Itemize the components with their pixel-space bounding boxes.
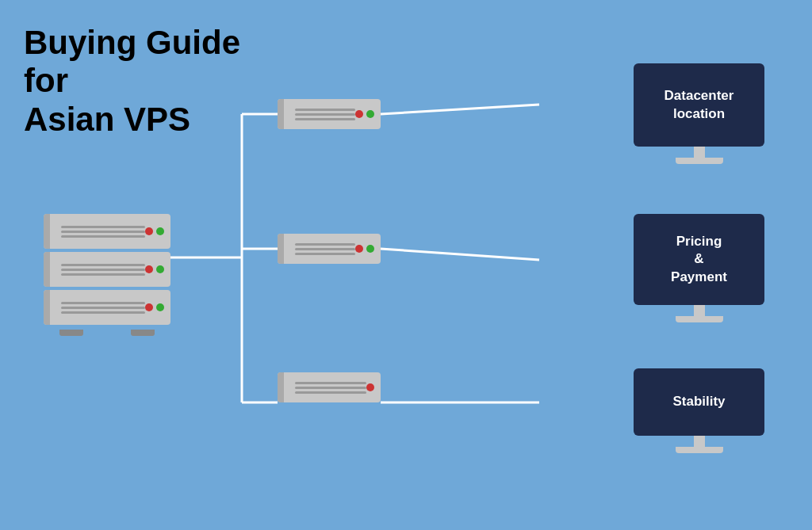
dot-green: [156, 303, 164, 311]
server-small-top: [278, 99, 381, 129]
monitor-base: [676, 158, 723, 164]
dot-green: [156, 265, 164, 273]
dot-red: [355, 110, 363, 118]
svg-line-5: [381, 105, 539, 114]
dot-red: [366, 383, 374, 391]
monitor-base: [676, 447, 723, 453]
page-title: Buying Guide for Asian VPS: [24, 24, 240, 139]
dot-red: [145, 303, 153, 311]
monitor-datacenter: Datacenterlocation: [634, 63, 764, 164]
server-rack-large: [44, 214, 170, 336]
dot-red: [145, 227, 153, 235]
server-unit-small-bot: [278, 372, 381, 402]
server-unit-top: [44, 214, 170, 249]
monitor-base: [676, 316, 723, 322]
dot-red: [145, 265, 153, 273]
monitor-neck: [694, 305, 705, 316]
dot-green: [366, 245, 374, 253]
title-line3: Asian VPS: [24, 101, 190, 138]
dot-red: [355, 245, 363, 253]
monitor-stability: Stability: [634, 368, 764, 453]
server-small-mid: [278, 234, 381, 264]
server-small-bot: [278, 372, 381, 402]
title-line2: for: [24, 62, 68, 99]
monitor-neck: [694, 147, 705, 158]
monitor-pricing: Pricing&Payment: [634, 214, 764, 322]
server-unit-small-top: [278, 99, 381, 129]
svg-line-6: [381, 249, 539, 260]
server-unit-bot: [44, 290, 170, 325]
server-unit-small-mid: [278, 234, 381, 264]
server-unit-mid: [44, 252, 170, 287]
dot-green: [156, 227, 164, 235]
monitor-screen-stability: Stability: [634, 368, 764, 436]
title-line1: Buying Guide: [24, 24, 240, 61]
monitor-screen-pricing: Pricing&Payment: [634, 214, 764, 305]
monitor-screen-datacenter: Datacenterlocation: [634, 63, 764, 147]
monitor-neck: [694, 436, 705, 447]
dot-green: [366, 110, 374, 118]
